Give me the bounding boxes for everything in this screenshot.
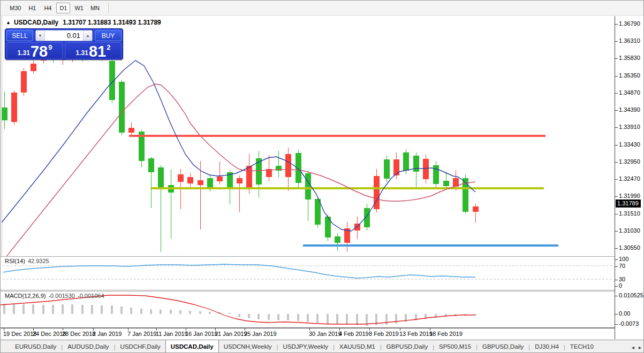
macd-axis-label: 0.010525 [619, 292, 643, 298]
date-label: 16 Jan 2019 [185, 331, 218, 337]
price-axis: 1.31789 1.367901.363101.358301.353501.34… [615, 16, 644, 339]
price-axis-label: 1.32470 [619, 175, 640, 182]
macd-label: MACD(12,26,9)-0.001530-0.001064 [5, 293, 104, 299]
symbol-period-label: USDCAD,Daily [14, 19, 58, 26]
date-label: 2 Jan 2019 [93, 331, 122, 337]
current-price-badge: 1.31789 [616, 199, 641, 208]
trading-app-window: M30H1H4D1W1MN ▲USDCAD,Daily1.31707 1.318… [0, 0, 644, 353]
timeframe-button-w1[interactable]: W1 [72, 3, 86, 13]
main-chart-area: ▲USDCAD,Daily1.31707 1.31883 1.31493 1.3… [1, 16, 615, 340]
rsi-label: RSI(14)42.9325 [5, 258, 49, 264]
rsi-value: 42.9325 [28, 258, 49, 264]
rsi-line [3, 264, 475, 278]
chart-tab-audusd-daily[interactable]: AUDUSD,Daily [63, 340, 113, 353]
rsi-pane: RSI(14)42.9325 [1, 256, 615, 290]
date-axis: 19 Dec 201824 Dec 201828 Dec 20182 Jan 2… [1, 328, 615, 340]
sell-price-big: 78 [31, 45, 48, 58]
buy-price-box[interactable]: 1.31 81 2 [65, 42, 122, 59]
date-label: 21 Jan 2019 [215, 331, 247, 337]
tab-scroll-left-icon[interactable]: ◂ [632, 344, 634, 350]
chart-tab-usdcnh-weekly[interactable]: USDCNH,Weekly [219, 340, 277, 353]
sell-button[interactable]: SELL [6, 30, 33, 41]
buy-price-prefix: 1.31 [76, 49, 88, 57]
macd-name: MACD(12,26,9) [5, 293, 46, 299]
ma-fast-line [2, 60, 475, 231]
candles [2, 37, 479, 252]
chart-tab-eurusd-daily[interactable]: EURUSD,Daily [10, 340, 61, 353]
price-axis-label: 1.34390 [619, 106, 640, 113]
buy-button[interactable]: BUY [95, 30, 122, 41]
chart-tab-gbpusd-daily[interactable]: GBPUSD,Daily [382, 340, 433, 353]
tab-scroll-right-icon[interactable]: ▸ [639, 344, 641, 350]
chart-tab-usdcad-daily[interactable]: USDCAD,Daily [165, 340, 219, 353]
date-label: 25 Jan 2019 [244, 331, 277, 337]
chart-tab-tech10[interactable]: TECH10 [565, 340, 598, 353]
sell-price-prefix: 1.31 [18, 49, 30, 57]
volume-increase-button[interactable]: ▲ [83, 30, 92, 41]
price-axis-label: 1.35830 [619, 55, 640, 61]
rsi-axis-label: 30 [619, 276, 625, 282]
timeframe-button-m30[interactable]: M30 [7, 3, 24, 13]
macd-pane: MACD(12,26,9)-0.001530-0.001064 [1, 291, 615, 328]
support-line [303, 244, 558, 247]
chart-tab-xauusd-m1[interactable]: XAUUSD,M1 [335, 340, 380, 353]
chart-window: ▲USDCAD,Daily1.31707 1.31883 1.31493 1.3… [1, 16, 644, 340]
chart-tab-usdjpy-weekly[interactable]: USDJPY,Weekly [278, 340, 333, 353]
chart-tab-dj30-h4[interactable]: DJ30,H4 [530, 340, 564, 353]
buy-price-pip: 2 [107, 43, 110, 51]
sell-price-box[interactable]: 1.31 78 9 [6, 42, 63, 59]
chart-tab-gbpusd-daily[interactable]: GBPUSD,Daily [478, 340, 528, 353]
timeframe-toolbar: M30H1H4D1W1MN [1, 1, 644, 16]
macd-histogram [4, 304, 475, 326]
timeframe-button-d1[interactable]: D1 [56, 3, 70, 13]
arrow-up-icon: ▲ [86, 34, 90, 37]
price-axis-label: 1.32950 [619, 158, 640, 165]
sell-price-pip: 9 [48, 43, 52, 51]
chart-title: ▲USDCAD,Daily1.31707 1.31883 1.31493 1.3… [6, 19, 161, 26]
rsi-chart [1, 257, 615, 290]
price-axis-label: 1.31510 [619, 210, 640, 217]
chart-tabbar: EURUSD,Daily|AUDUSD,Daily|USDCHF,DailyUS… [1, 340, 644, 353]
price-axis-label: 1.31030 [619, 227, 640, 234]
date-label: 11 Jan 2019 [156, 331, 188, 337]
date-label: 28 Dec 2018 [62, 331, 95, 337]
date-label: 4 Feb 2019 [339, 331, 369, 337]
timeframe-button-mn[interactable]: MN [88, 3, 102, 13]
price-axis-label: 1.36310 [619, 37, 640, 44]
timeframe-button-h4[interactable]: H4 [41, 3, 55, 13]
volume-input[interactable] [45, 30, 83, 41]
date-label: 19 Dec 2018 [3, 331, 36, 337]
price-axis-label: 1.31990 [619, 193, 640, 199]
buy-price-big: 81 [89, 45, 106, 58]
one-click-trading-panel: SELL ▼ ▲ BUY 1.31 78 9 1.31 [5, 28, 123, 60]
macd-value-main: -0.001530 [48, 293, 75, 299]
date-label: 7 Jan 2019 [127, 331, 156, 337]
price-axis-label: 1.34870 [619, 89, 640, 96]
volume-control: ▼ ▲ [35, 30, 93, 41]
ohlc-values: 1.31707 1.31883 1.31493 1.31789 [63, 19, 161, 26]
chart-tab-sp500-m15[interactable]: SP500,M15 [434, 340, 476, 353]
price-axis-label: 1.30550 [619, 244, 640, 251]
macd-value-signal: -0.001064 [78, 293, 104, 299]
toolbar-separator [108, 3, 109, 13]
rsi-axis-label: 100 [619, 256, 628, 262]
arrow-down-icon: ▼ [39, 34, 42, 37]
date-label: 30 Jan 2019 [309, 331, 342, 337]
date-label: 24 Dec 2018 [33, 331, 66, 337]
macd-axis-label: 0.00 [619, 310, 630, 317]
rsi-axis-label: 70 [619, 263, 625, 269]
price-axis-label: 1.36790 [619, 20, 640, 27]
rsi-name: RSI(14) [5, 258, 25, 264]
rsi-axis-label: 0 [619, 282, 622, 289]
price-axis-label: 1.33430 [619, 141, 640, 148]
date-label: 8 Feb 2019 [369, 331, 399, 337]
date-label: 13 Feb 2019 [399, 331, 433, 337]
timeframe-button-h1[interactable]: H1 [25, 3, 39, 13]
collapse-icon[interactable]: ▲ [6, 20, 11, 25]
tab-scroll-controls: ◂ ▸ [625, 341, 644, 353]
chart-tab-usdchf-daily[interactable]: USDCHF,Daily [115, 340, 165, 353]
price-axis-label: 1.33910 [619, 124, 640, 130]
volume-decrease-button[interactable]: ▼ [36, 30, 45, 41]
date-label: 18 Feb 2019 [429, 331, 463, 337]
resistance-line [129, 135, 545, 137]
